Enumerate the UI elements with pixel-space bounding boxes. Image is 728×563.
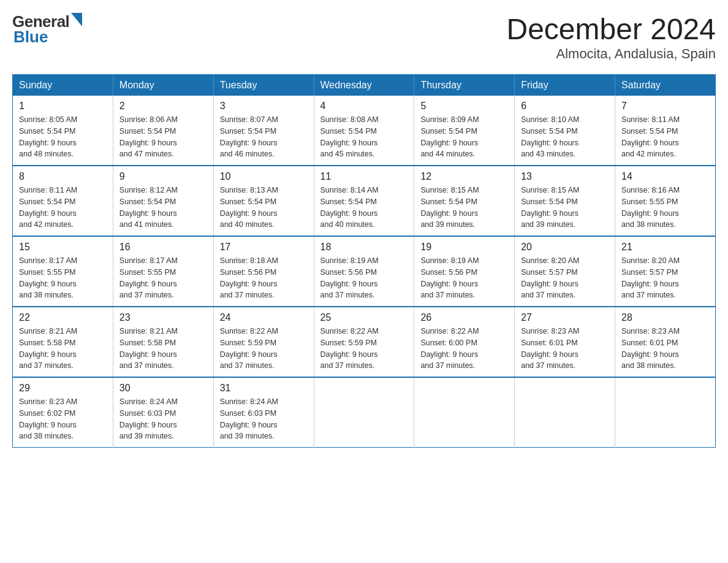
table-row: 10Sunrise: 8:13 AMSunset: 5:54 PMDayligh… xyxy=(213,166,314,236)
page-header: General Blue December 2024 Almocita, And… xyxy=(12,12,716,62)
day-info: Sunrise: 8:12 AMSunset: 5:54 PMDaylight:… xyxy=(119,185,207,231)
day-info: Sunrise: 8:17 AMSunset: 5:55 PMDaylight:… xyxy=(119,255,207,301)
day-number: 24 xyxy=(220,312,308,323)
day-number: 22 xyxy=(19,312,107,323)
calendar-week-row: 8Sunrise: 8:11 AMSunset: 5:54 PMDaylight… xyxy=(13,166,716,236)
day-info: Sunrise: 8:22 AMSunset: 5:59 PMDaylight:… xyxy=(320,326,408,372)
table-row: 29Sunrise: 8:23 AMSunset: 6:02 PMDayligh… xyxy=(13,377,113,448)
table-row: 25Sunrise: 8:22 AMSunset: 5:59 PMDayligh… xyxy=(314,307,414,377)
day-number: 21 xyxy=(621,242,709,253)
day-info: Sunrise: 8:06 AMSunset: 5:54 PMDaylight:… xyxy=(119,114,207,160)
col-wednesday: Wednesday xyxy=(314,75,414,96)
table-row xyxy=(314,377,414,448)
day-number: 29 xyxy=(19,383,107,394)
day-info: Sunrise: 8:20 AMSunset: 5:57 PMDaylight:… xyxy=(621,255,709,301)
table-row: 14Sunrise: 8:16 AMSunset: 5:55 PMDayligh… xyxy=(615,166,716,236)
table-row: 2Sunrise: 8:06 AMSunset: 5:54 PMDaylight… xyxy=(113,96,213,166)
day-info: Sunrise: 8:21 AMSunset: 5:58 PMDaylight:… xyxy=(19,326,107,372)
table-row: 23Sunrise: 8:21 AMSunset: 5:58 PMDayligh… xyxy=(113,307,213,377)
table-row: 8Sunrise: 8:11 AMSunset: 5:54 PMDaylight… xyxy=(13,166,113,236)
day-info: Sunrise: 8:22 AMSunset: 5:59 PMDaylight:… xyxy=(220,326,308,372)
table-row: 24Sunrise: 8:22 AMSunset: 5:59 PMDayligh… xyxy=(213,307,314,377)
logo-arrow-icon xyxy=(71,13,82,29)
day-number: 30 xyxy=(119,383,207,394)
day-info: Sunrise: 8:08 AMSunset: 5:54 PMDaylight:… xyxy=(320,114,408,160)
calendar-week-row: 15Sunrise: 8:17 AMSunset: 5:55 PMDayligh… xyxy=(13,236,716,307)
day-info: Sunrise: 8:21 AMSunset: 5:58 PMDaylight:… xyxy=(119,326,207,372)
calendar-week-row: 22Sunrise: 8:21 AMSunset: 5:58 PMDayligh… xyxy=(13,307,716,377)
day-info: Sunrise: 8:22 AMSunset: 6:00 PMDaylight:… xyxy=(420,326,508,372)
col-tuesday: Tuesday xyxy=(213,75,314,96)
day-number: 13 xyxy=(521,171,609,182)
table-row: 6Sunrise: 8:10 AMSunset: 5:54 PMDaylight… xyxy=(515,96,615,166)
day-info: Sunrise: 8:10 AMSunset: 5:54 PMDaylight:… xyxy=(521,114,609,160)
table-row: 28Sunrise: 8:23 AMSunset: 6:01 PMDayligh… xyxy=(615,307,716,377)
col-friday: Friday xyxy=(515,75,615,96)
day-number: 8 xyxy=(19,171,107,182)
table-row: 30Sunrise: 8:24 AMSunset: 6:03 PMDayligh… xyxy=(113,377,213,448)
day-info: Sunrise: 8:13 AMSunset: 5:54 PMDaylight:… xyxy=(220,185,308,231)
table-row: 3Sunrise: 8:07 AMSunset: 5:54 PMDaylight… xyxy=(213,96,314,166)
col-saturday: Saturday xyxy=(615,75,716,96)
day-info: Sunrise: 8:18 AMSunset: 5:56 PMDaylight:… xyxy=(220,255,308,301)
day-number: 20 xyxy=(521,242,609,253)
table-row: 19Sunrise: 8:19 AMSunset: 5:56 PMDayligh… xyxy=(414,236,515,307)
day-number: 17 xyxy=(220,242,308,253)
title-block: December 2024 Almocita, Andalusia, Spain xyxy=(506,12,716,62)
table-row: 12Sunrise: 8:15 AMSunset: 5:54 PMDayligh… xyxy=(414,166,515,236)
day-info: Sunrise: 8:09 AMSunset: 5:54 PMDaylight:… xyxy=(420,114,508,160)
calendar-week-row: 29Sunrise: 8:23 AMSunset: 6:02 PMDayligh… xyxy=(13,377,716,448)
day-number: 2 xyxy=(119,101,207,112)
table-row: 16Sunrise: 8:17 AMSunset: 5:55 PMDayligh… xyxy=(113,236,213,307)
col-monday: Monday xyxy=(113,75,213,96)
day-info: Sunrise: 8:19 AMSunset: 5:56 PMDaylight:… xyxy=(320,255,408,301)
table-row: 7Sunrise: 8:11 AMSunset: 5:54 PMDaylight… xyxy=(615,96,716,166)
day-number: 6 xyxy=(521,101,609,112)
day-number: 4 xyxy=(320,101,408,112)
day-number: 25 xyxy=(320,312,408,323)
table-row xyxy=(414,377,515,448)
table-row: 4Sunrise: 8:08 AMSunset: 5:54 PMDaylight… xyxy=(314,96,414,166)
col-thursday: Thursday xyxy=(414,75,515,96)
day-number: 28 xyxy=(621,312,709,323)
table-row: 31Sunrise: 8:24 AMSunset: 6:03 PMDayligh… xyxy=(213,377,314,448)
day-info: Sunrise: 8:15 AMSunset: 5:54 PMDaylight:… xyxy=(521,185,609,231)
day-info: Sunrise: 8:05 AMSunset: 5:54 PMDaylight:… xyxy=(19,114,107,160)
page-title: December 2024 xyxy=(506,12,716,46)
day-number: 5 xyxy=(420,101,508,112)
day-info: Sunrise: 8:11 AMSunset: 5:54 PMDaylight:… xyxy=(621,114,709,160)
day-number: 26 xyxy=(420,312,508,323)
day-number: 12 xyxy=(420,171,508,182)
day-number: 9 xyxy=(119,171,207,182)
calendar-table: Sunday Monday Tuesday Wednesday Thursday… xyxy=(12,74,716,448)
day-info: Sunrise: 8:23 AMSunset: 6:01 PMDaylight:… xyxy=(621,326,709,372)
day-number: 7 xyxy=(621,101,709,112)
day-number: 10 xyxy=(220,171,308,182)
day-info: Sunrise: 8:23 AMSunset: 6:02 PMDaylight:… xyxy=(19,396,107,442)
table-row: 26Sunrise: 8:22 AMSunset: 6:00 PMDayligh… xyxy=(414,307,515,377)
table-row: 5Sunrise: 8:09 AMSunset: 5:54 PMDaylight… xyxy=(414,96,515,166)
day-info: Sunrise: 8:11 AMSunset: 5:54 PMDaylight:… xyxy=(19,185,107,231)
table-row: 17Sunrise: 8:18 AMSunset: 5:56 PMDayligh… xyxy=(213,236,314,307)
day-number: 16 xyxy=(119,242,207,253)
day-info: Sunrise: 8:07 AMSunset: 5:54 PMDaylight:… xyxy=(220,114,308,160)
table-row: 21Sunrise: 8:20 AMSunset: 5:57 PMDayligh… xyxy=(615,236,716,307)
day-info: Sunrise: 8:17 AMSunset: 5:55 PMDaylight:… xyxy=(19,255,107,301)
table-row: 22Sunrise: 8:21 AMSunset: 5:58 PMDayligh… xyxy=(13,307,113,377)
day-number: 19 xyxy=(420,242,508,253)
day-number: 11 xyxy=(320,171,408,182)
day-number: 1 xyxy=(19,101,107,112)
day-number: 23 xyxy=(119,312,207,323)
table-row: 11Sunrise: 8:14 AMSunset: 5:54 PMDayligh… xyxy=(314,166,414,236)
table-row xyxy=(615,377,716,448)
table-row: 27Sunrise: 8:23 AMSunset: 6:01 PMDayligh… xyxy=(515,307,615,377)
page-subtitle: Almocita, Andalusia, Spain xyxy=(506,46,716,62)
table-row: 18Sunrise: 8:19 AMSunset: 5:56 PMDayligh… xyxy=(314,236,414,307)
table-row: 15Sunrise: 8:17 AMSunset: 5:55 PMDayligh… xyxy=(13,236,113,307)
day-info: Sunrise: 8:23 AMSunset: 6:01 PMDaylight:… xyxy=(521,326,609,372)
day-number: 3 xyxy=(220,101,308,112)
day-info: Sunrise: 8:24 AMSunset: 6:03 PMDaylight:… xyxy=(220,396,308,442)
table-row: 13Sunrise: 8:15 AMSunset: 5:54 PMDayligh… xyxy=(515,166,615,236)
day-number: 14 xyxy=(621,171,709,182)
table-row xyxy=(515,377,615,448)
